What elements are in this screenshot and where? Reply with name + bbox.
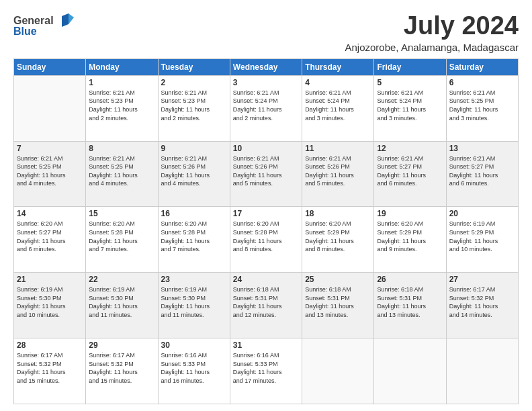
day-info: Sunrise: 6:21 AM Sunset: 5:25 PM Dayligh… <box>17 154 83 188</box>
day-info: Sunrise: 6:21 AM Sunset: 5:24 PM Dayligh… <box>233 89 299 122</box>
col-saturday: Saturday <box>446 58 518 75</box>
calendar-week-row: 1Sunrise: 6:21 AM Sunset: 5:23 PM Daylig… <box>14 75 519 141</box>
col-wednesday: Wednesday <box>230 58 302 75</box>
table-row: 9Sunrise: 6:21 AM Sunset: 5:26 PM Daylig… <box>158 141 230 207</box>
day-number: 31 <box>233 340 299 350</box>
day-number: 17 <box>233 209 299 218</box>
day-number: 19 <box>377 209 443 218</box>
logo-icon: General Blue <box>13 12 77 39</box>
day-info: Sunrise: 6:21 AM Sunset: 5:25 PM Dayligh… <box>449 89 515 122</box>
day-info: Sunrise: 6:19 AM Sunset: 5:30 PM Dayligh… <box>161 285 227 319</box>
table-row: 11Sunrise: 6:21 AM Sunset: 5:26 PM Dayli… <box>302 141 374 207</box>
day-info: Sunrise: 6:20 AM Sunset: 5:28 PM Dayligh… <box>89 220 154 253</box>
col-monday: Monday <box>86 58 158 75</box>
day-number: 30 <box>161 340 227 350</box>
day-info: Sunrise: 6:18 AM Sunset: 5:31 PM Dayligh… <box>233 285 299 319</box>
day-info: Sunrise: 6:21 AM Sunset: 5:25 PM Dayligh… <box>89 154 154 188</box>
svg-marker-2 <box>62 13 69 27</box>
day-number: 7 <box>17 144 83 153</box>
calendar-table: Sunday Monday Tuesday Wednesday Thursday… <box>13 58 519 404</box>
day-info: Sunrise: 6:21 AM Sunset: 5:26 PM Dayligh… <box>161 154 227 188</box>
day-info: Sunrise: 6:18 AM Sunset: 5:31 PM Dayligh… <box>377 285 443 319</box>
table-row: 4Sunrise: 6:21 AM Sunset: 5:24 PM Daylig… <box>302 75 374 141</box>
table-row <box>302 338 374 404</box>
svg-text:Blue: Blue <box>13 26 37 37</box>
day-info: Sunrise: 6:20 AM Sunset: 5:29 PM Dayligh… <box>377 220 443 253</box>
col-tuesday: Tuesday <box>158 58 230 75</box>
day-info: Sunrise: 6:20 AM Sunset: 5:29 PM Dayligh… <box>305 220 371 253</box>
day-info: Sunrise: 6:21 AM Sunset: 5:23 PM Dayligh… <box>161 89 227 122</box>
day-number: 5 <box>377 78 443 87</box>
table-row: 8Sunrise: 6:21 AM Sunset: 5:25 PM Daylig… <box>86 141 158 207</box>
table-row: 2Sunrise: 6:21 AM Sunset: 5:23 PM Daylig… <box>158 75 230 141</box>
day-number: 24 <box>233 275 299 284</box>
day-number: 10 <box>233 144 299 153</box>
day-info: Sunrise: 6:20 AM Sunset: 5:28 PM Dayligh… <box>233 220 299 253</box>
table-row <box>446 338 518 404</box>
day-info: Sunrise: 6:17 AM Sunset: 5:32 PM Dayligh… <box>89 351 154 385</box>
table-row: 26Sunrise: 6:18 AM Sunset: 5:31 PM Dayli… <box>374 273 446 338</box>
day-number: 12 <box>377 144 443 153</box>
day-info: Sunrise: 6:18 AM Sunset: 5:31 PM Dayligh… <box>305 285 371 319</box>
day-info: Sunrise: 6:21 AM Sunset: 5:24 PM Dayligh… <box>305 89 371 122</box>
day-info: Sunrise: 6:20 AM Sunset: 5:27 PM Dayligh… <box>17 220 83 253</box>
table-row: 31Sunrise: 6:16 AM Sunset: 5:33 PM Dayli… <box>230 338 302 404</box>
day-info: Sunrise: 6:21 AM Sunset: 5:26 PM Dayligh… <box>233 154 299 188</box>
day-number: 25 <box>305 275 371 284</box>
day-info: Sunrise: 6:20 AM Sunset: 5:28 PM Dayligh… <box>161 220 227 253</box>
table-row: 1Sunrise: 6:21 AM Sunset: 5:23 PM Daylig… <box>86 75 158 141</box>
day-number: 23 <box>161 275 227 284</box>
day-info: Sunrise: 6:21 AM Sunset: 5:27 PM Dayligh… <box>449 154 515 188</box>
col-thursday: Thursday <box>302 58 374 75</box>
table-row: 28Sunrise: 6:17 AM Sunset: 5:32 PM Dayli… <box>14 338 86 404</box>
day-info: Sunrise: 6:16 AM Sunset: 5:33 PM Dayligh… <box>233 351 299 385</box>
calendar-week-row: 7Sunrise: 6:21 AM Sunset: 5:25 PM Daylig… <box>14 141 519 207</box>
table-row: 24Sunrise: 6:18 AM Sunset: 5:31 PM Dayli… <box>230 273 302 338</box>
table-row: 10Sunrise: 6:21 AM Sunset: 5:26 PM Dayli… <box>230 141 302 207</box>
day-number: 8 <box>89 144 154 153</box>
table-row: 22Sunrise: 6:19 AM Sunset: 5:30 PM Dayli… <box>86 273 158 338</box>
logo-text: General Blue <box>13 12 77 42</box>
day-number: 3 <box>233 78 299 87</box>
day-info: Sunrise: 6:17 AM Sunset: 5:32 PM Dayligh… <box>17 351 83 385</box>
table-row: 5Sunrise: 6:21 AM Sunset: 5:24 PM Daylig… <box>374 75 446 141</box>
col-sunday: Sunday <box>14 58 86 75</box>
table-row: 16Sunrise: 6:20 AM Sunset: 5:28 PM Dayli… <box>158 207 230 273</box>
col-friday: Friday <box>374 58 446 75</box>
table-row: 23Sunrise: 6:19 AM Sunset: 5:30 PM Dayli… <box>158 273 230 338</box>
day-number: 16 <box>161 209 227 218</box>
day-number: 28 <box>17 340 83 350</box>
day-info: Sunrise: 6:19 AM Sunset: 5:30 PM Dayligh… <box>89 285 154 319</box>
day-number: 27 <box>449 275 515 284</box>
day-info: Sunrise: 6:19 AM Sunset: 5:29 PM Dayligh… <box>449 220 515 253</box>
day-info: Sunrise: 6:21 AM Sunset: 5:23 PM Dayligh… <box>89 89 154 122</box>
day-number: 20 <box>449 209 515 218</box>
day-number: 6 <box>449 78 515 87</box>
day-number: 1 <box>89 78 154 87</box>
table-row <box>14 75 86 141</box>
table-row: 20Sunrise: 6:19 AM Sunset: 5:29 PM Dayli… <box>446 207 518 273</box>
table-row: 7Sunrise: 6:21 AM Sunset: 5:25 PM Daylig… <box>14 141 86 207</box>
day-number: 2 <box>161 78 227 87</box>
day-number: 21 <box>17 275 83 284</box>
table-row: 18Sunrise: 6:20 AM Sunset: 5:29 PM Dayli… <box>302 207 374 273</box>
day-info: Sunrise: 6:17 AM Sunset: 5:32 PM Dayligh… <box>449 285 515 319</box>
day-number: 15 <box>89 209 154 218</box>
table-row: 21Sunrise: 6:19 AM Sunset: 5:30 PM Dayli… <box>14 273 86 338</box>
calendar-week-row: 21Sunrise: 6:19 AM Sunset: 5:30 PM Dayli… <box>14 273 519 338</box>
table-row: 30Sunrise: 6:16 AM Sunset: 5:33 PM Dayli… <box>158 338 230 404</box>
calendar-header-row: Sunday Monday Tuesday Wednesday Thursday… <box>14 58 519 75</box>
calendar-week-row: 28Sunrise: 6:17 AM Sunset: 5:32 PM Dayli… <box>14 338 519 404</box>
table-row: 6Sunrise: 6:21 AM Sunset: 5:25 PM Daylig… <box>446 75 518 141</box>
day-number: 26 <box>377 275 443 284</box>
title-block: July 2024 Anjozorobe, Analamanga, Madaga… <box>345 12 519 53</box>
table-row: 15Sunrise: 6:20 AM Sunset: 5:28 PM Dayli… <box>86 207 158 273</box>
table-row: 29Sunrise: 6:17 AM Sunset: 5:32 PM Dayli… <box>86 338 158 404</box>
day-number: 29 <box>89 340 154 350</box>
day-number: 18 <box>305 209 371 218</box>
month-title: July 2024 <box>345 12 519 40</box>
table-row: 19Sunrise: 6:20 AM Sunset: 5:29 PM Dayli… <box>374 207 446 273</box>
day-number: 4 <box>305 78 371 87</box>
table-row: 27Sunrise: 6:17 AM Sunset: 5:32 PM Dayli… <box>446 273 518 338</box>
day-number: 14 <box>17 209 83 218</box>
